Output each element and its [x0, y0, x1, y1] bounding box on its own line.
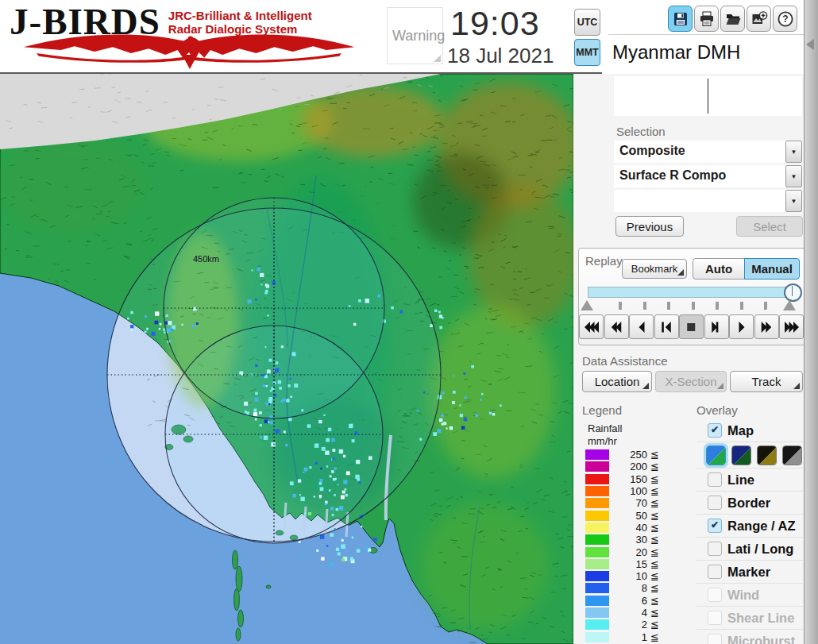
- legend-item: 8≦: [585, 582, 659, 594]
- legend-value: 100: [615, 485, 647, 497]
- resize-grip-icon: [434, 55, 441, 62]
- legend-scale: 250≦200≦150≦100≦70≦50≦40≦30≦20≦15≦10≦8≦6…: [585, 449, 659, 643]
- clock-time: 19:03: [450, 4, 540, 43]
- print-button[interactable]: [694, 6, 719, 32]
- overlay-label: Overlay: [696, 403, 738, 417]
- eagle-logo-icon: [11, 33, 367, 71]
- legend-value: 6: [615, 595, 647, 607]
- save-button[interactable]: [668, 6, 693, 32]
- radar-map[interactable]: 450km: [0, 74, 573, 644]
- dropdown-arrow-icon[interactable]: ▼: [785, 141, 802, 163]
- overlay-item-label: Wind: [727, 588, 759, 603]
- rewind-2-icon: [608, 321, 625, 334]
- play-icon: [733, 321, 750, 334]
- forward-2-button[interactable]: [754, 314, 779, 339]
- product-dropdown-2[interactable]: Surface R Compo ▼: [614, 165, 802, 187]
- select-button: Select: [736, 216, 803, 237]
- checkbox-lati-long[interactable]: [708, 542, 722, 556]
- map-style-black-olive[interactable]: [757, 445, 777, 465]
- legend-value: 15: [615, 558, 647, 570]
- checkbox-range-az[interactable]: ✔: [708, 519, 722, 533]
- timeline-tick: [643, 302, 646, 310]
- warning-button[interactable]: Warning: [387, 7, 443, 64]
- checkbox-shear-line: [708, 611, 722, 625]
- overlay-item-label: Map: [727, 423, 754, 438]
- jbirds-app: J-BIRDS JRC-Brilliant & Intelligent Rada…: [0, 0, 818, 644]
- legend-item: 30≦: [585, 534, 659, 546]
- product-dropdown-3[interactable]: ▼: [614, 190, 802, 212]
- lte-symbol: ≦: [650, 497, 659, 509]
- legend-item: 200≦: [585, 461, 659, 472]
- add-image-button[interactable]: [747, 6, 771, 32]
- timeline-start-marker[interactable]: [581, 300, 593, 310]
- stop-icon: [683, 321, 700, 334]
- checkbox-border[interactable]: [708, 496, 722, 510]
- replay-slider-handle[interactable]: [784, 283, 802, 302]
- legend-swatch: [585, 596, 609, 606]
- product-dropdown-1[interactable]: Composite ▼: [614, 141, 802, 163]
- legend-value: 1: [615, 631, 647, 643]
- checkbox-map[interactable]: ✔: [708, 423, 722, 438]
- replay-label: Replay: [585, 254, 623, 268]
- map-style-swatches: [696, 442, 803, 469]
- legend-value: 8: [615, 582, 647, 594]
- utc-button[interactable]: UTC: [574, 9, 600, 36]
- timeline-tick: [716, 302, 719, 310]
- overlay-row-range-az: ✔Range / AZ: [696, 515, 803, 538]
- selection-label: Selection: [616, 125, 666, 138]
- lte-symbol: ≦: [650, 449, 659, 461]
- xsection-button: X-Section: [655, 371, 727, 392]
- overlay-row-wind: Wind: [696, 584, 803, 607]
- overlay-item-label: Range / AZ: [727, 519, 796, 534]
- overlay-item-label: Shear Line: [727, 611, 794, 626]
- replay-timeline-slider[interactable]: [588, 287, 797, 298]
- skip-start-icon: [658, 321, 675, 334]
- legend-value: 70: [615, 497, 647, 509]
- timeline-tick: [740, 302, 743, 310]
- warning-label: Warning: [392, 28, 445, 44]
- map-style-black-gray[interactable]: [782, 445, 802, 465]
- location-button[interactable]: Location: [582, 371, 652, 392]
- play-button[interactable]: [729, 314, 754, 339]
- auto-mode-button[interactable]: Auto: [693, 258, 745, 280]
- forward-3-button[interactable]: [779, 314, 804, 339]
- overlay-row-map: ✔Map: [696, 419, 803, 442]
- dropdown-arrow-icon[interactable]: ▼: [785, 165, 802, 187]
- previous-button[interactable]: Previous: [615, 216, 684, 237]
- checkbox-microburst: [708, 634, 722, 644]
- legend-swatch: [585, 571, 609, 581]
- map-style-blue-green[interactable]: [706, 445, 726, 465]
- legend-swatch: [585, 511, 609, 521]
- legend-swatch: [585, 607, 609, 618]
- manual-mode-button[interactable]: Manual: [744, 258, 800, 280]
- station-listbox[interactable]: [614, 76, 802, 116]
- timeline-end-marker[interactable]: [783, 300, 796, 310]
- open-folder-button[interactable]: [720, 6, 745, 32]
- rewind-3-button[interactable]: [579, 314, 604, 339]
- dropdown-arrow-icon[interactable]: ▼: [785, 190, 802, 212]
- lte-symbol: ≦: [650, 522, 659, 534]
- legend-swatch: [585, 498, 609, 508]
- legend-swatch: [585, 486, 609, 496]
- range-ring-label: 450km: [193, 254, 219, 264]
- rewind-2-button[interactable]: [604, 314, 629, 339]
- skip-start-button[interactable]: [654, 314, 679, 339]
- legend-value: 40: [615, 522, 647, 534]
- legend-unit-1: Rainfall: [588, 422, 622, 434]
- panel-collapse-arrow[interactable]: [806, 39, 814, 50]
- legend-item: 150≦: [585, 473, 659, 485]
- rewind-button[interactable]: [629, 314, 654, 339]
- legend-value: 150: [615, 473, 647, 485]
- overlay-row-microburst: Microburst: [696, 630, 803, 644]
- map-style-navy-darkgreen[interactable]: [731, 445, 751, 465]
- help-button[interactable]: ?: [773, 6, 797, 32]
- stop-button[interactable]: [679, 314, 704, 339]
- rewind-3-icon: [583, 321, 600, 334]
- bookmark-button[interactable]: Bookmark: [622, 259, 687, 279]
- checkbox-line[interactable]: [708, 472, 722, 487]
- checkbox-marker[interactable]: [708, 565, 722, 579]
- track-button[interactable]: Track: [730, 371, 803, 392]
- mmt-button[interactable]: MMT: [574, 39, 600, 66]
- lte-symbol: ≦: [650, 607, 659, 619]
- skip-end-button[interactable]: [704, 314, 729, 339]
